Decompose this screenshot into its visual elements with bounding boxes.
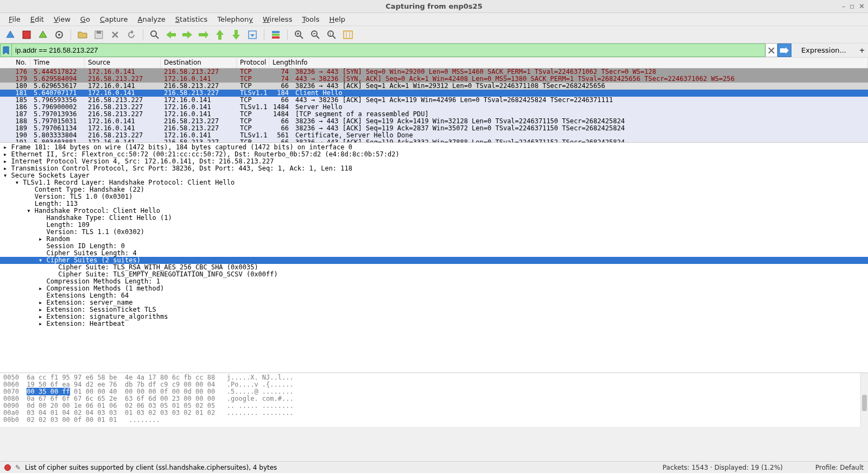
- svg-rect-32: [344, 31, 352, 39]
- close-button[interactable]: ✕: [859, 2, 865, 10]
- col-header-protocol[interactable]: Protocol: [237, 58, 269, 68]
- svg-marker-15: [216, 30, 224, 40]
- zoom-in-button[interactable]: [292, 28, 306, 42]
- close-file-button[interactable]: [108, 28, 122, 42]
- display-filter-input[interactable]: [12, 43, 765, 57]
- svg-line-30: [333, 36, 335, 39]
- detail-line[interactable]: Version: TLS 1.1 (0x0302): [0, 229, 868, 236]
- menu-statistics[interactable]: Statistics: [171, 14, 212, 24]
- svg-rect-13: [199, 33, 205, 36]
- capture-options-button[interactable]: [52, 28, 66, 42]
- menu-telephony[interactable]: Telephony: [213, 14, 257, 24]
- svg-marker-18: [250, 34, 255, 37]
- packet-row[interactable]: 1905.803333804216.58.213.227172.16.0.141…: [0, 132, 868, 139]
- menu-go[interactable]: Go: [76, 14, 94, 24]
- svg-marker-11: [166, 31, 176, 39]
- svg-rect-20: [272, 34, 280, 36]
- expression-button[interactable]: Expression...: [791, 43, 856, 57]
- detail-line[interactable]: Handshake Type: Client Hello (1): [0, 215, 868, 222]
- auto-scroll-button[interactable]: [245, 28, 259, 42]
- menu-help[interactable]: Help: [325, 14, 350, 24]
- titlebar: Capturing from enp0s25 – ▫ ✕: [0, 0, 868, 13]
- menu-tools[interactable]: Tools: [297, 14, 324, 24]
- col-header-no[interactable]: No.: [0, 58, 30, 68]
- menubar: File Edit View Go Capture Analyze Statis…: [0, 13, 868, 26]
- menu-capture[interactable]: Capture: [96, 14, 132, 24]
- svg-marker-2: [39, 31, 47, 37]
- edit-capture-comment-icon[interactable]: ✎: [15, 464, 21, 471]
- find-packet-button[interactable]: [148, 28, 162, 42]
- detail-line[interactable]: ▸ Extension: signature_algorithms: [0, 313, 868, 320]
- packet-row[interactable]: 1795.629584094216.58.213.227172.16.0.141…: [0, 75, 868, 83]
- profile-label[interactable]: Profile: Default: [815, 464, 864, 471]
- maximize-button[interactable]: ▫: [850, 2, 854, 10]
- open-file-button[interactable]: [75, 28, 90, 42]
- restart-capture-button[interactable]: [36, 28, 50, 42]
- svg-marker-16: [232, 30, 240, 40]
- menu-file[interactable]: File: [4, 14, 25, 24]
- svg-line-27: [316, 36, 319, 39]
- reload-button[interactable]: [124, 28, 138, 42]
- detail-line[interactable]: Version: TLS 1.0 (0x0301): [0, 193, 868, 200]
- packet-row[interactable]: 1815.640707171172.16.0.141216.58.213.227…: [0, 90, 868, 97]
- packet-row[interactable]: 1915.803403881172.16.0.141216.58.213.227…: [0, 139, 868, 142]
- resize-columns-button[interactable]: [341, 28, 355, 42]
- packet-row[interactable]: 1805.629653617172.16.0.141216.58.213.227…: [0, 83, 868, 90]
- packet-bytes-pane[interactable]: 0050 6a cc f1 95 97 e6 58 be 4e 4a 17 80…: [0, 373, 868, 427]
- expression-label: Expression...: [801, 46, 846, 54]
- menu-wireless[interactable]: Wireless: [258, 14, 296, 24]
- colorize-button[interactable]: [269, 28, 283, 42]
- toolbar: 1: [0, 26, 868, 43]
- packet-row[interactable]: 1865.796900002216.58.213.227172.16.0.141…: [0, 104, 868, 111]
- expert-info-icon[interactable]: [4, 464, 11, 471]
- packet-row[interactable]: 1875.797013936216.58.213.227172.16.0.141…: [0, 111, 868, 118]
- svg-marker-37: [780, 47, 789, 54]
- packet-row[interactable]: 1855.796593356216.58.213.227172.16.0.141…: [0, 97, 868, 104]
- detail-line[interactable]: ▸ Random: [0, 236, 868, 243]
- svg-text:1: 1: [329, 32, 331, 36]
- go-to-packet-button[interactable]: [197, 28, 211, 42]
- go-last-button[interactable]: [229, 28, 243, 42]
- zoom-reset-button[interactable]: 1: [325, 28, 339, 42]
- col-header-destination[interactable]: Destination: [161, 58, 237, 68]
- zoom-out-button[interactable]: [308, 28, 322, 42]
- svg-marker-12: [182, 31, 192, 39]
- window-title: Capturing from enp0s25: [385, 2, 482, 10]
- start-capture-button[interactable]: [3, 28, 17, 42]
- go-back-button[interactable]: [164, 28, 178, 42]
- detail-line[interactable]: ▸ Extension: Heartbeat: [0, 320, 868, 327]
- save-file-button[interactable]: [92, 28, 106, 42]
- svg-point-4: [58, 34, 60, 36]
- svg-marker-0: [7, 31, 14, 37]
- col-header-length[interactable]: Length: [269, 58, 292, 68]
- hex-row[interactable]: 00b0 02 02 03 00 0f 00 01 01 ........: [3, 417, 865, 424]
- col-header-source[interactable]: Source: [85, 58, 161, 68]
- svg-rect-21: [272, 36, 280, 39]
- clear-filter-button[interactable]: [765, 43, 777, 57]
- packet-row[interactable]: 1765.444517822172.16.0.141216.58.213.227…: [0, 68, 868, 75]
- detail-line[interactable]: ▸ Transmission Control Protocol, Src Por…: [0, 165, 868, 172]
- add-filter-button[interactable]: +: [856, 43, 868, 57]
- col-header-time[interactable]: Time: [30, 58, 85, 68]
- status-message: List of cipher suites supported by clien…: [25, 464, 663, 471]
- packet-list-pane[interactable]: No. Time Source Destination Protocol Len…: [0, 58, 868, 142]
- bookmark-filter-icon[interactable]: [0, 43, 12, 57]
- go-forward-button[interactable]: [180, 28, 194, 42]
- apply-filter-button[interactable]: [777, 43, 791, 57]
- col-header-info[interactable]: Info: [292, 58, 868, 68]
- svg-line-23: [300, 36, 303, 39]
- packet-row[interactable]: 1895.797061134172.16.0.141216.58.213.227…: [0, 125, 868, 132]
- filter-bar: Expression... +: [0, 43, 868, 58]
- go-first-button[interactable]: [213, 28, 227, 42]
- svg-point-9: [151, 31, 156, 36]
- packet-details-pane[interactable]: ▸ Frame 181: 184 bytes on wire (1472 bit…: [0, 142, 868, 373]
- packet-row[interactable]: 1885.797015031172.16.0.141216.58.213.227…: [0, 118, 868, 125]
- menu-analyze[interactable]: Analyze: [134, 14, 170, 24]
- packet-count: Packets: 1543 · Displayed: 19 (1.2%): [663, 464, 783, 471]
- menu-edit[interactable]: Edit: [26, 14, 48, 24]
- menu-view[interactable]: View: [49, 14, 75, 24]
- minimize-button[interactable]: –: [842, 2, 846, 10]
- detail-line[interactable]: ▸ Compression Methods (1 method): [0, 285, 868, 292]
- stop-capture-button[interactable]: [20, 28, 34, 42]
- hex-scrollbar[interactable]: [860, 373, 868, 427]
